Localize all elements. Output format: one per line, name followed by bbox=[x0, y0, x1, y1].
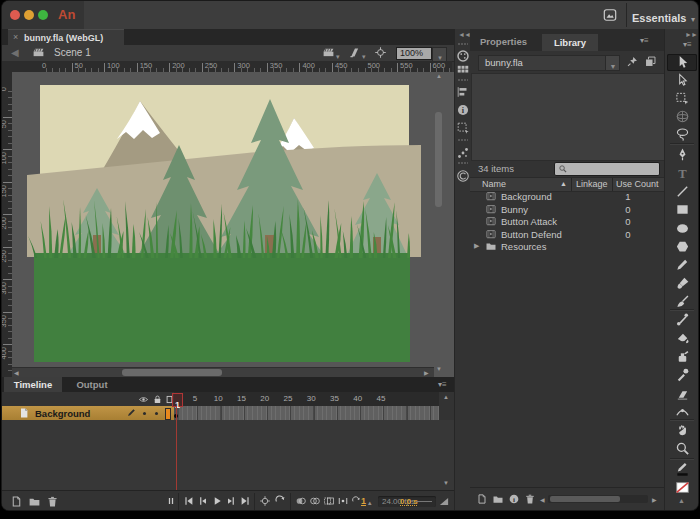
pasteboard[interactable]: ▲ ▼ ◀ ▶ bbox=[12, 72, 454, 377]
dock-panel-color[interactable] bbox=[456, 49, 470, 63]
layer-frame-strip[interactable] bbox=[174, 406, 439, 421]
tool-paint-brush[interactable] bbox=[667, 293, 697, 310]
onion-skin-outlines-icon[interactable] bbox=[309, 495, 321, 507]
center-frame-icon[interactable] bbox=[374, 46, 387, 59]
tool-fill-color-none[interactable] bbox=[667, 479, 697, 496]
onion-skin-icon[interactable] bbox=[295, 495, 307, 507]
tools-overflow-icon[interactable]: ▲ bbox=[678, 497, 685, 504]
frame-number[interactable]: 45 bbox=[374, 394, 388, 403]
go-to-first-frame-icon[interactable] bbox=[183, 495, 195, 507]
frame-number[interactable]: 25 bbox=[281, 394, 295, 403]
library-item-row[interactable]: Bunny0 bbox=[470, 203, 664, 216]
dock-panel-align[interactable] bbox=[456, 85, 470, 99]
frame-number[interactable]: 15 bbox=[234, 394, 248, 403]
library-item-name[interactable]: Button Defend bbox=[501, 229, 562, 240]
minimize-window-button[interactable] bbox=[24, 10, 34, 20]
library-item-row[interactable]: Background1 bbox=[470, 190, 664, 203]
tool-subselection[interactable] bbox=[667, 72, 697, 89]
center-frame-button-icon[interactable] bbox=[259, 495, 271, 507]
layer-name[interactable]: Background bbox=[35, 408, 90, 419]
play-icon[interactable] bbox=[211, 495, 223, 507]
new-library-panel-icon[interactable] bbox=[644, 55, 657, 68]
step-back-icon[interactable] bbox=[197, 495, 209, 507]
dock-panel-swatches[interactable] bbox=[456, 63, 470, 77]
stage-canvas[interactable] bbox=[27, 85, 421, 362]
vscroll-thumb[interactable] bbox=[435, 112, 442, 207]
tool-line[interactable] bbox=[667, 183, 697, 200]
loop-range-frame[interactable]: 1 bbox=[361, 496, 366, 506]
lock-icon[interactable] bbox=[152, 394, 163, 405]
column-name[interactable]: Name bbox=[482, 179, 506, 189]
modify-markers-icon[interactable] bbox=[337, 495, 349, 507]
loop-playback-icon[interactable] bbox=[274, 495, 286, 507]
edit-scene-icon[interactable] bbox=[322, 46, 335, 59]
back-arrow-icon[interactable]: ◀ bbox=[11, 47, 19, 58]
document-tab[interactable]: × bunny.fla (WebGL) bbox=[8, 29, 124, 46]
frame-number[interactable]: 10 bbox=[211, 394, 225, 403]
scroll-left-icon[interactable]: ◀ bbox=[14, 369, 19, 376]
edit-multiple-frames-icon[interactable] bbox=[323, 495, 335, 507]
timeline-empty-area[interactable] bbox=[2, 420, 454, 490]
tool-eyedropper[interactable] bbox=[667, 366, 697, 383]
layer-lock-dot[interactable] bbox=[155, 412, 158, 415]
lib-scroll-left-icon[interactable]: ◀ bbox=[540, 496, 545, 503]
lib-hscroll-thumb[interactable] bbox=[550, 496, 620, 502]
edit-symbols-icon[interactable] bbox=[348, 46, 361, 59]
delete-layer-icon[interactable] bbox=[46, 495, 59, 508]
new-folder-icon[interactable] bbox=[492, 493, 504, 505]
new-folder-icon[interactable] bbox=[28, 495, 41, 508]
frames-scroll-up-icon[interactable]: ▲ bbox=[443, 394, 449, 400]
item-properties-icon[interactable]: i bbox=[508, 493, 520, 505]
expander-icon[interactable]: ▶ bbox=[474, 242, 479, 250]
dock-panel-info[interactable]: i bbox=[456, 103, 470, 117]
go-to-last-frame-icon[interactable] bbox=[239, 495, 251, 507]
tab-library[interactable]: Library bbox=[542, 34, 598, 51]
tool-stroke-color[interactable] bbox=[667, 461, 697, 478]
dock-panel-cc-libraries[interactable] bbox=[456, 169, 470, 183]
eye-icon[interactable] bbox=[138, 394, 149, 405]
frame-ruler[interactable]: 51015202530354045 bbox=[174, 392, 439, 407]
tool-pen[interactable] bbox=[667, 146, 697, 163]
column-use-count[interactable]: Use Count bbox=[616, 179, 659, 189]
zoom-window-button[interactable] bbox=[38, 10, 48, 20]
zoom-level-field[interactable]: 100% bbox=[396, 47, 432, 60]
timeline-panel-menu-icon[interactable]: ▾≡ bbox=[438, 380, 447, 389]
library-item-row[interactable]: Button Attack0 bbox=[470, 215, 664, 228]
new-layer-icon[interactable] bbox=[10, 495, 23, 508]
tab-timeline[interactable]: Timeline bbox=[4, 377, 62, 392]
dock-panel-transform[interactable] bbox=[456, 121, 470, 135]
stage-vscrollbar[interactable]: ▲ ▼ bbox=[434, 72, 444, 377]
delete-item-icon[interactable] bbox=[524, 493, 536, 505]
tool-eraser[interactable] bbox=[667, 385, 697, 402]
tool-free-transform[interactable] bbox=[667, 90, 697, 107]
library-item-name[interactable]: Button Attack bbox=[501, 216, 557, 227]
tool-hand[interactable] bbox=[667, 421, 697, 438]
frame-number[interactable]: 20 bbox=[258, 394, 272, 403]
pin-library-icon[interactable] bbox=[626, 55, 639, 68]
library-hscrollbar[interactable] bbox=[548, 495, 648, 503]
stage-hscrollbar[interactable]: ◀ ▶ bbox=[12, 367, 434, 377]
tool-oval[interactable] bbox=[667, 220, 697, 237]
tool-polystar[interactable] bbox=[667, 238, 697, 255]
scroll-up-icon[interactable]: ▲ bbox=[436, 73, 442, 79]
layer-visibility-dot[interactable] bbox=[143, 412, 146, 415]
tools-collapse-icon[interactable]: ►► bbox=[685, 31, 697, 38]
stock-search-icon[interactable] bbox=[598, 8, 622, 22]
library-document-select[interactable]: bunny.fla ▼ bbox=[478, 55, 620, 71]
workspace-switcher[interactable]: Essentials ▾ bbox=[632, 8, 695, 26]
frame-number[interactable]: 30 bbox=[304, 394, 318, 403]
column-linkage[interactable]: Linkage bbox=[576, 179, 608, 189]
frame-number[interactable]: 35 bbox=[327, 394, 341, 403]
library-item-row[interactable]: ▶Resources bbox=[470, 240, 664, 253]
library-item-name[interactable]: Background bbox=[501, 191, 552, 202]
tool-selection[interactable] bbox=[667, 54, 697, 71]
tool-3d-rotation[interactable] bbox=[667, 108, 697, 125]
library-preview-area[interactable] bbox=[471, 73, 665, 161]
hscroll-thumb[interactable] bbox=[122, 369, 222, 376]
tab-output[interactable]: Output bbox=[64, 377, 120, 392]
playhead-marker[interactable]: 1 bbox=[172, 393, 183, 407]
library-panel-menu-icon[interactable]: ▾≡ bbox=[640, 36, 649, 45]
tab-close-icon[interactable]: × bbox=[13, 32, 18, 42]
tool-ink-bottle[interactable] bbox=[667, 348, 697, 365]
layers-divider-handle[interactable] bbox=[165, 495, 177, 507]
